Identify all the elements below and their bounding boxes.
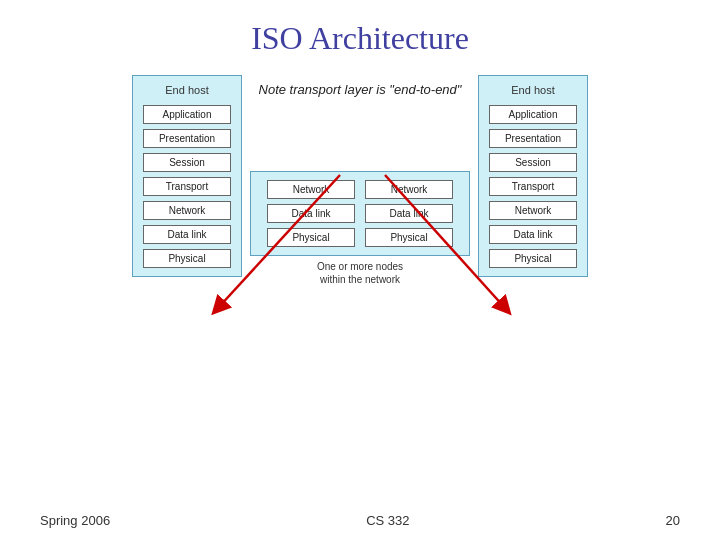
footer: Spring 2006 CS 332 20	[0, 513, 720, 528]
footer-right: 20	[666, 513, 680, 528]
left-session: Session	[143, 153, 231, 172]
slide-title: ISO Architecture	[40, 20, 680, 57]
right-network: Network	[489, 201, 577, 220]
right-presentation: Presentation	[489, 129, 577, 148]
footer-center: CS 332	[366, 513, 409, 528]
right-host-label: End host	[511, 84, 554, 96]
right-transport: Transport	[489, 177, 577, 196]
note-text: Note transport layer is "end-to-end"	[259, 82, 462, 99]
router-network-row: Network Network	[267, 180, 453, 199]
left-network: Network	[143, 201, 231, 220]
left-transport: Transport	[143, 177, 231, 196]
right-host: End host Application Presentation Sessio…	[478, 75, 588, 277]
router2-physical: Physical	[365, 228, 453, 247]
right-physical: Physical	[489, 249, 577, 268]
diagram-area: End host Application Presentation Sessio…	[40, 75, 680, 286]
slide: ISO Architecture End host Application Pr…	[0, 0, 720, 540]
router-physical-row: Physical Physical	[267, 228, 453, 247]
left-host: End host Application Presentation Sessio…	[132, 75, 242, 277]
left-host-label: End host	[165, 84, 208, 96]
router2-network: Network	[365, 180, 453, 199]
left-presentation: Presentation	[143, 129, 231, 148]
left-physical: Physical	[143, 249, 231, 268]
left-application: Application	[143, 105, 231, 124]
right-datalink: Data link	[489, 225, 577, 244]
right-session: Session	[489, 153, 577, 172]
footer-left: Spring 2006	[40, 513, 110, 528]
router1-physical: Physical	[267, 228, 355, 247]
left-datalink: Data link	[143, 225, 231, 244]
router1-network: Network	[267, 180, 355, 199]
router-box: Network Network Data link Data link Phys…	[250, 171, 470, 256]
router1-datalink: Data link	[267, 204, 355, 223]
router-datalink-row: Data link Data link	[267, 204, 453, 223]
router2-datalink: Data link	[365, 204, 453, 223]
right-application: Application	[489, 105, 577, 124]
router-bottom-label: One or more nodeswithin the network	[317, 260, 403, 286]
middle-section: Note transport layer is "end-to-end" Net…	[250, 75, 470, 286]
